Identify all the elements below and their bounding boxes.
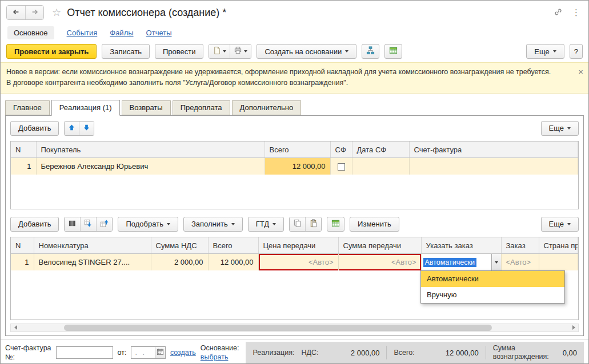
print-button[interactable] — [230, 45, 251, 58]
invoice-number-input[interactable] — [56, 346, 113, 359]
favorite-star-icon[interactable]: ☆ — [52, 6, 61, 19]
create-on-basis-button[interactable]: Создать на основании — [257, 44, 356, 59]
load-data-button[interactable] — [80, 217, 96, 231]
scroll-right-button[interactable] — [569, 324, 578, 331]
tab-realizaciya[interactable]: Реализация (1) — [51, 100, 120, 116]
change-button[interactable]: Изменить — [350, 217, 399, 232]
back-button[interactable] — [7, 6, 25, 19]
paste-button[interactable] — [305, 217, 321, 231]
cell-specify-order[interactable]: Автоматически — [421, 254, 501, 270]
cell-n[interactable]: 1 — [11, 254, 34, 270]
col-header-n: N — [11, 237, 34, 254]
tab-strip: Главное Реализация (1) Возвраты Предопла… — [1, 95, 588, 115]
sf-checkbox[interactable] — [338, 163, 345, 171]
col-header-total: Всего — [208, 237, 258, 254]
realization-label: Реализация: — [253, 349, 294, 357]
combobox-open-button[interactable] — [491, 254, 501, 270]
sales-header-row: N Покупатель Всего СФ Дата СФ Счет-факту… — [11, 141, 578, 158]
items-row[interactable]: 1 Велосипед STINGER 27.... 2 000,00 12 0… — [11, 254, 578, 270]
dropdown-caret-icon — [231, 223, 235, 225]
scroll-right-icon — [572, 325, 575, 330]
tab-dopolnitelno[interactable]: Дополнительно — [232, 100, 302, 115]
nav-item-faily[interactable]: Файлы — [110, 29, 133, 37]
sales-row[interactable]: 1 Бережнов Александр Юрьевич 12 000,00 — [11, 158, 578, 175]
cell-nomenclature[interactable]: Велосипед STINGER 27.... — [34, 254, 151, 270]
pick-label: Подобрать — [126, 220, 163, 228]
fill-button[interactable]: Заполнить — [183, 217, 243, 232]
cell-total[interactable]: 12 000,00 — [208, 254, 258, 270]
cell-transfer-sum[interactable]: <Авто> — [338, 254, 421, 270]
scrollbar-track[interactable] — [20, 324, 569, 331]
basis-block: Основание: выбрать — [201, 343, 239, 362]
items-add-button[interactable]: Добавить — [10, 217, 59, 232]
post-button[interactable]: Провести — [155, 44, 204, 59]
copy-icon — [293, 219, 302, 229]
dropdown-caret-icon — [244, 50, 247, 52]
gtd-label: ГТД — [256, 220, 269, 228]
more-menu-icon[interactable]: ⋮ — [572, 7, 580, 18]
unload-data-button[interactable] — [96, 217, 112, 231]
movements-report-button[interactable] — [384, 44, 402, 59]
post-document-button[interactable] — [209, 45, 230, 58]
cell-country[interactable] — [539, 254, 578, 270]
toolbar-more-button[interactable]: Еще — [526, 44, 564, 59]
related-documents-button[interactable] — [362, 44, 379, 59]
forward-button[interactable] — [25, 6, 43, 19]
create-invoice-link[interactable]: создать — [170, 349, 196, 357]
help-button[interactable]: ? — [570, 44, 583, 59]
tab-predoplata[interactable]: Предоплата — [173, 100, 230, 115]
barcode-scan-button[interactable] — [65, 217, 80, 231]
sales-grid: N Покупатель Всего СФ Дата СФ Счет-факту… — [10, 141, 579, 209]
calendar-icon — [157, 348, 164, 357]
post-and-close-button[interactable]: Провести и закрыть — [6, 44, 97, 59]
cell-invoice[interactable] — [409, 158, 578, 175]
cell-vat[interactable]: 2 000,00 — [151, 254, 208, 270]
gtd-button[interactable]: ГТД — [248, 217, 284, 232]
sales-more-button[interactable]: Еще — [541, 121, 579, 136]
invoice-label: Счет-фактура №: — [5, 343, 51, 362]
move-up-button[interactable] — [65, 122, 79, 135]
copy-button[interactable] — [290, 217, 305, 231]
write-button[interactable]: Записать — [102, 44, 150, 59]
move-down-button[interactable] — [79, 122, 94, 135]
col-header-transfer-price: Цена передачи — [258, 237, 338, 254]
order-mode-combobox[interactable]: Автоматически — [422, 254, 501, 270]
cell-total[interactable]: 12 000,00 — [265, 158, 330, 175]
col-header-sf-date: Дата СФ — [352, 141, 409, 158]
tab-glavnoe[interactable]: Главное — [5, 100, 50, 115]
cell-sf-date[interactable] — [352, 158, 409, 175]
summary-divider — [486, 346, 486, 359]
nav-item-otchety[interactable]: Отчеты — [146, 29, 172, 37]
scroll-left-button[interactable] — [11, 324, 20, 331]
close-icon[interactable]: × — [578, 65, 583, 78]
sales-add-button[interactable]: Добавить — [10, 121, 59, 136]
realization-panel: Добавить Еще — [5, 115, 584, 336]
clipboard-group — [289, 217, 322, 232]
summary-divider — [386, 346, 387, 359]
items-more-button[interactable]: Еще — [541, 217, 579, 232]
invoice-date-field[interactable]: . . — [131, 346, 165, 359]
calendar-button[interactable] — [155, 347, 165, 358]
fee-label: Сумма вознаграждения: — [493, 344, 556, 362]
cell-buyer[interactable]: Бережнов Александр Юрьевич — [36, 158, 265, 175]
spreadsheet-button[interactable] — [327, 217, 344, 232]
tab-vozvraty[interactable]: Возвраты — [122, 100, 171, 115]
nav-item-sobytiya[interactable]: События — [67, 29, 98, 37]
cell-n[interactable]: 1 — [11, 158, 36, 175]
cell-transfer-price[interactable]: <Авто> — [258, 254, 338, 270]
items-toolbar: Добавить Под — [10, 216, 579, 232]
pick-button[interactable]: Подобрать — [118, 217, 178, 232]
barcode-group — [64, 217, 113, 232]
items-header-row: N Номенклатура Сумма НДС Всего Цена пере… — [11, 237, 578, 254]
link-icon[interactable] — [554, 7, 563, 18]
scrollbar-thumb[interactable] — [64, 325, 492, 331]
dropdown-caret-icon — [345, 50, 348, 52]
cell-order[interactable]: <Авто> — [501, 254, 539, 270]
choose-basis-link[interactable]: выбрать — [201, 353, 239, 362]
vat-label: НДС: — [301, 349, 318, 357]
dropdown-option-manual[interactable]: Вручную — [421, 287, 564, 303]
nav-item-osnovnoe[interactable]: Основное — [7, 26, 54, 39]
dropdown-option-auto[interactable]: Автоматически — [421, 271, 564, 287]
load-icon — [84, 219, 93, 229]
cell-sf[interactable] — [330, 158, 352, 175]
